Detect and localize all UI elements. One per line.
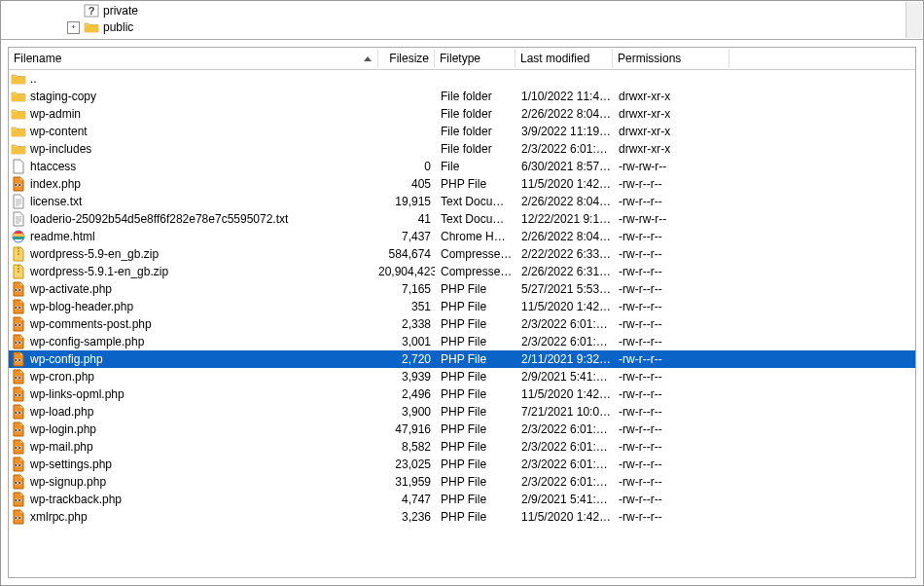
file-modified: 12/22/2021 9:1… (515, 212, 613, 226)
file-permissions: -rw-rw-r-- (613, 212, 729, 226)
file-permissions: -rw-r--r-- (613, 440, 729, 454)
folder-closed-icon (11, 71, 26, 87)
table-row[interactable]: .. (9, 70, 915, 88)
table-row[interactable]: wp-load.php3,900PHP File7/21/2021 10:0…-… (9, 403, 915, 421)
file-php-icon (11, 474, 26, 490)
table-row[interactable]: license.txt19,915Text Docu…2/26/2022 8:0… (9, 193, 915, 210)
file-listing[interactable]: Filename Filesize Filetype Last modified… (8, 47, 916, 578)
col-header-filename[interactable]: Filename (9, 49, 378, 68)
file-modified: 11/5/2020 1:42:… (515, 300, 613, 313)
file-type: PHP File (435, 510, 515, 524)
folder-closed-icon (11, 124, 26, 139)
file-permissions: -rw-r--r-- (613, 387, 729, 401)
file-php-icon (11, 421, 26, 437)
file-size: 0 (378, 160, 435, 173)
table-row[interactable]: htaccess0File6/30/2021 8:57:…-rw-rw-r-- (9, 158, 915, 175)
file-type: PHP File (435, 317, 515, 331)
table-row[interactable]: wp-includesFile folder2/3/2022 6:01:4…dr… (9, 140, 915, 158)
tree-item[interactable]: private (67, 3, 138, 18)
table-row[interactable]: wp-links-opml.php2,496PHP File11/5/2020 … (9, 385, 915, 403)
file-php-icon (11, 386, 26, 402)
table-row[interactable]: index.php405PHP File11/5/2020 1:42:…-rw-… (9, 175, 915, 193)
file-type: PHP File (435, 422, 515, 436)
file-php-icon (11, 334, 26, 349)
table-row[interactable]: wp-blog-header.php351PHP File11/5/2020 1… (9, 298, 915, 315)
file-type: PHP File (435, 370, 515, 384)
table-row[interactable]: wp-mail.php8,582PHP File2/3/2022 6:01:3…… (9, 438, 915, 456)
file-size: 7,165 (378, 282, 435, 296)
table-row[interactable]: wp-comments-post.php2,338PHP File2/3/202… (9, 315, 915, 333)
file-name: .. (30, 72, 37, 86)
file-permissions: -rw-r--r-- (613, 405, 729, 419)
folder-closed-icon (11, 141, 26, 157)
file-size: 23,025 (378, 458, 435, 471)
file-size: 47,916 (378, 422, 435, 436)
table-row[interactable]: wp-cron.php3,939PHP File2/9/2021 5:41:2…… (9, 368, 915, 385)
table-row[interactable]: wp-trackback.php4,747PHP File2/9/2021 5:… (9, 491, 915, 508)
file-permissions: -rw-r--r-- (613, 230, 729, 243)
table-row[interactable]: readme.html7,437Chrome H…2/26/2022 8:04:… (9, 228, 915, 245)
file-permissions: -rw-r--r-- (613, 300, 729, 313)
table-row[interactable]: staging-copyFile folder1/10/2022 11:4…dr… (9, 88, 915, 105)
file-modified: 5/27/2021 5:53:… (515, 282, 613, 296)
file-modified: 2/11/2021 9:32:… (515, 352, 613, 366)
file-modified: 2/26/2022 6:31:… (515, 265, 613, 278)
table-row[interactable]: loaderio-25092b54d5e8ff6f282e78e7c559507… (9, 210, 915, 228)
file-modified: 2/3/2022 6:01:3… (515, 440, 613, 454)
remote-tree-pane[interactable]: private+public (1, 1, 923, 40)
tree-item[interactable]: +public (67, 19, 138, 35)
file-type: File folder (435, 125, 515, 138)
table-row[interactable]: xmlrpc.php3,236PHP File11/5/2020 1:42:…-… (9, 508, 915, 526)
file-size: 3,900 (378, 405, 435, 419)
file-modified: 2/9/2021 5:41:2… (515, 493, 613, 506)
table-row[interactable]: wordpress-5.9.1-en_gb.zip20,904,423Compr… (9, 263, 915, 280)
file-type: File (435, 160, 515, 173)
table-row[interactable]: wp-contentFile folder3/9/2022 11:19:…drw… (9, 123, 915, 140)
file-name: wp-config-sample.php (30, 335, 144, 348)
file-name: index.php (30, 177, 81, 191)
table-row[interactable]: wordpress-5.9-en_gb.zip584,674Compresse…… (9, 245, 915, 263)
file-php-icon (11, 316, 26, 332)
col-header-filetype[interactable]: Filetype (435, 49, 515, 68)
table-row[interactable]: wp-config-sample.php3,001PHP File2/3/202… (9, 333, 915, 350)
file-modified: 2/26/2022 8:04:… (515, 230, 613, 243)
tree-item-label: public (103, 20, 133, 34)
file-permissions: drwxr-xr-x (613, 125, 729, 138)
tree-toggle-icon[interactable]: + (67, 21, 80, 34)
table-row[interactable]: wp-login.php47,916PHP File2/3/2022 6:01:… (9, 421, 915, 438)
file-name: wp-comments-post.php (30, 317, 152, 331)
file-size: 2,496 (378, 387, 435, 401)
table-row[interactable]: wp-config.php2,720PHP File2/11/2021 9:32… (9, 350, 915, 368)
file-permissions: -rw-r--r-- (613, 317, 729, 331)
file-modified: 2/3/2022 6:01:3… (515, 317, 613, 331)
folder-closed-icon (11, 106, 26, 122)
col-header-modified[interactable]: Last modified (515, 49, 613, 68)
file-php-icon (11, 299, 26, 314)
table-row[interactable]: wp-signup.php31,959PHP File2/3/2022 6:01… (9, 473, 915, 491)
tree-scrollbar[interactable] (906, 2, 922, 38)
file-name: wp-config.php (30, 352, 103, 366)
file-modified: 2/3/2022 6:01:3… (515, 335, 613, 348)
file-name: wp-blog-header.php (30, 300, 133, 313)
ftp-client-window: private+public Filename Filesize Filetyp… (0, 0, 924, 586)
file-name: wp-activate.php (30, 282, 112, 296)
col-header-filesize[interactable]: Filesize (378, 49, 435, 68)
table-row[interactable]: wp-adminFile folder2/26/2022 8:04:…drwxr… (9, 105, 915, 123)
file-rows-body[interactable]: ..staging-copyFile folder1/10/2022 11:4…… (9, 70, 915, 577)
file-modified: 11/5/2020 1:42:… (515, 387, 613, 401)
file-modified: 2/3/2022 6:01:4… (515, 475, 613, 489)
table-row[interactable]: wp-activate.php7,165PHP File5/27/2021 5:… (9, 280, 915, 298)
file-name: wp-content (30, 125, 88, 138)
file-modified: 2/22/2022 6:33:… (515, 247, 613, 261)
file-permissions: -rw-r--r-- (613, 195, 729, 208)
file-type: File folder (435, 142, 515, 156)
col-header-permissions[interactable]: Permissions (613, 49, 729, 68)
file-modified: 11/5/2020 1:42:… (515, 510, 613, 524)
file-php-icon (11, 281, 26, 297)
file-size: 351 (378, 300, 435, 313)
file-permissions: -rw-rw-r-- (613, 160, 729, 173)
file-size: 31,959 (378, 475, 435, 489)
file-permissions: -rw-r--r-- (613, 265, 729, 278)
table-row[interactable]: wp-settings.php23,025PHP File2/3/2022 6:… (9, 456, 915, 473)
file-modified: 2/26/2022 8:04:… (515, 107, 613, 121)
